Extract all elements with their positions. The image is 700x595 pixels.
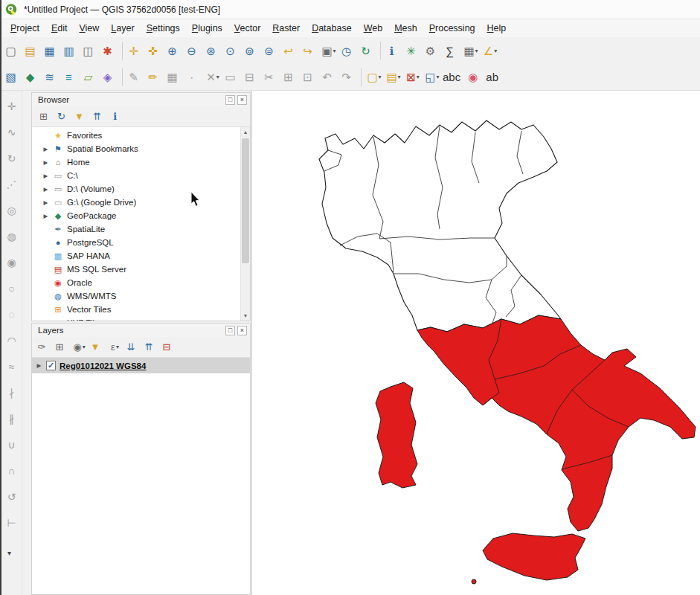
save-layer-edits-icon[interactable]: ▦ ▾ <box>164 67 184 87</box>
modify-attributes-icon[interactable]: ▭ ▾ <box>222 67 242 87</box>
simplify-feature-icon[interactable]: ⋰ <box>4 176 20 193</box>
identify-features-icon[interactable]: ℹ ▾ <box>384 41 403 61</box>
menu-project[interactable]: Project <box>4 21 45 36</box>
browser-item-favorites[interactable]: ▶ ★ Favorites <box>42 129 250 142</box>
layer-item-reg01012021[interactable]: ▶ ✓ Reg01012021 WGS84 <box>32 358 250 373</box>
layers-float-button[interactable]: □ <box>225 326 235 335</box>
delete-selected-icon[interactable]: ⊟ ▾ <box>242 67 261 87</box>
expander-icon[interactable]: ▶ <box>42 146 49 152</box>
browser-item-xyz-tiles[interactable]: ▶ ⊞ XYZ Tiles <box>42 316 250 321</box>
new-map-view-icon[interactable]: ▣ ▾ <box>319 41 338 61</box>
dropdown-arrow-icon[interactable]: ▾ <box>216 74 219 80</box>
dropdown-arrow-icon[interactable]: ▾ <box>398 74 401 80</box>
layer-labeling-icon[interactable]: ◉ ▾ <box>465 67 484 87</box>
data-source-manager-icon[interactable]: ▧ ▾ <box>3 67 22 87</box>
menu-help[interactable]: Help <box>481 21 513 36</box>
measure-icon[interactable]: ∠ ▾ <box>481 41 500 61</box>
open-project-icon[interactable]: ▤ ▾ <box>22 41 42 61</box>
move-feature-icon[interactable]: ✛ <box>4 98 20 115</box>
dropdown-arrow-icon[interactable]: ▾ <box>417 74 420 80</box>
dropdown-arrow-icon[interactable]: ▾ <box>494 48 497 54</box>
new-virtual-layer-icon[interactable]: ◈ ▾ <box>100 67 119 87</box>
dropdown-arrow-icon[interactable]: ▾ <box>379 74 382 80</box>
scrollbar-thumb[interactable] <box>242 138 249 263</box>
expander-icon[interactable]: ▶ <box>36 362 42 369</box>
menu-mesh[interactable]: Mesh <box>388 21 423 36</box>
expander-icon[interactable]: ▶ <box>42 186 49 193</box>
delete-ring-icon[interactable]: ○ <box>4 280 20 297</box>
label-options-icon[interactable]: ab ▾ <box>484 67 504 87</box>
add-ring-icon[interactable]: ◎ <box>4 202 20 219</box>
filter-legend-icon[interactable]: ▼ ▾ <box>89 338 106 356</box>
menu-web[interactable]: Web <box>358 21 388 36</box>
collapse-all-icon[interactable]: ⇈ <box>89 108 106 125</box>
dropdown-arrow-icon[interactable]: ▾ <box>116 344 119 350</box>
pan-map-icon[interactable]: ✛ ▾ <box>126 41 145 61</box>
reshape-features-icon[interactable]: ◠ <box>4 332 20 349</box>
browser-item-vector-tiles[interactable]: ▶ ⊞ Vector Tiles <box>42 303 250 316</box>
expander-icon[interactable]: ▶ <box>42 199 49 206</box>
browser-item-ms-sql-server[interactable]: ▶ ▤ MS SQL Server <box>42 263 250 276</box>
rotate-symbols-icon[interactable]: ↺ <box>4 489 20 505</box>
new-print-layout-icon[interactable]: ▥ ▾ <box>61 41 80 61</box>
add-part-icon[interactable]: ◍ <box>4 228 20 245</box>
new-gpx-layer-icon[interactable]: ▱ ▾ <box>80 67 100 87</box>
digitize-shape-icon[interactable]: ∿ <box>4 124 20 141</box>
filter-browser-icon[interactable]: ▼ <box>71 108 88 125</box>
browser-close-button[interactable]: × <box>237 95 247 105</box>
zoom-last-icon[interactable]: ↩ ▾ <box>280 41 300 61</box>
paste-features-icon[interactable]: ⊡ ▾ <box>300 67 319 87</box>
temporal-controller-icon[interactable]: ◷ ▾ <box>338 41 358 61</box>
toolbar-overflow-icon[interactable]: ▾ <box>7 549 11 557</box>
browser-item-spatial-bookmarks[interactable]: ▶ ⚑ Spatial Bookmarks <box>42 142 250 155</box>
trim-extend-icon[interactable]: ⊢ <box>4 515 20 531</box>
browser-item-postgresql[interactable]: ▶ ● PostgreSQL <box>42 236 250 249</box>
zoom-next-icon[interactable]: ↪ ▾ <box>300 41 319 61</box>
vertex-tool-icon[interactable]: ✕ ▾ <box>203 67 222 87</box>
browser-item-oracle[interactable]: ▶ ◉ Oracle <box>42 276 250 289</box>
add-feature-icon[interactable]: ∙ ▾ <box>184 67 203 87</box>
menu-settings[interactable]: Settings <box>141 21 186 36</box>
new-mesh-layer-icon[interactable]: ≡ ▾ <box>61 67 80 87</box>
split-features-icon[interactable]: ∤ <box>4 385 20 401</box>
save-project-icon[interactable]: ▦ ▾ <box>42 41 61 61</box>
zoom-out-icon[interactable]: ⊖ ▾ <box>184 41 203 61</box>
select-by-expression-icon[interactable]: ◱ ▾ <box>423 67 442 87</box>
dropdown-arrow-icon[interactable]: ▾ <box>83 344 86 350</box>
browser-float-button[interactable]: □ <box>225 95 235 105</box>
zoom-to-layer-icon[interactable]: ⊚ ▾ <box>242 41 261 61</box>
cut-features-icon[interactable]: ✂ ▾ <box>261 67 280 87</box>
filter-expression-icon[interactable]: ε ▾ <box>106 338 123 356</box>
browser-item-spatialite[interactable]: ▶ ✒ SpatiaLite <box>42 222 250 236</box>
select-features-icon[interactable]: ▢ ▾ <box>365 67 384 87</box>
show-layout-manager-icon[interactable]: ◫ ▾ <box>80 41 100 61</box>
offset-curve-icon[interactable]: ≈ <box>4 358 20 375</box>
browser-item-home[interactable]: ▶ ⌂ Home <box>42 155 250 169</box>
browser-item-drive-c[interactable]: ▶ ▭ C:\ <box>42 169 250 182</box>
rotate-feature-icon[interactable]: ↻ <box>4 150 20 167</box>
menu-raster[interactable]: Raster <box>266 21 306 36</box>
add-selected-layers-icon[interactable]: ⊞ <box>35 108 52 125</box>
select-by-form-icon[interactable]: ▤ ▾ <box>384 67 403 87</box>
menu-plugins[interactable]: Plugins <box>186 21 228 36</box>
split-parts-icon[interactable]: ∦ <box>4 411 20 427</box>
delete-part-icon[interactable]: ◌ <box>4 306 20 323</box>
refresh-map-icon[interactable]: ↻ ▾ <box>358 41 377 61</box>
menu-edit[interactable]: Edit <box>45 21 74 36</box>
browser-item-drive-d[interactable]: ▶ ▭ D:\ (Volume) <box>42 182 250 196</box>
menu-layer[interactable]: Layer <box>105 21 140 36</box>
zoom-native-icon[interactable]: ⊙ ▾ <box>222 41 242 61</box>
style-manager-icon[interactable]: ✱ ▾ <box>100 41 119 61</box>
save-edits-icon[interactable]: ✏ ▾ <box>145 67 164 87</box>
merge-features-icon[interactable]: ∪ <box>4 437 20 453</box>
fill-ring-icon[interactable]: ◉ <box>4 254 20 271</box>
expander-icon[interactable]: ▶ <box>42 173 49 179</box>
statistical-summary-icon[interactable]: ✳ ▾ <box>403 41 423 61</box>
browser-item-drive-g[interactable]: ▶ ▭ G:\ (Google Drive) <box>42 196 250 209</box>
zoom-full-icon[interactable]: ⊛ ▾ <box>203 41 222 61</box>
dropdown-arrow-icon[interactable]: ▾ <box>437 74 440 80</box>
layer-styling-icon[interactable]: ✑ ▾ <box>35 338 52 356</box>
scroll-down-icon[interactable]: ▼ <box>241 311 250 321</box>
zoom-in-icon[interactable]: ⊕ ▾ <box>164 41 184 61</box>
menu-view[interactable]: View <box>73 21 105 36</box>
